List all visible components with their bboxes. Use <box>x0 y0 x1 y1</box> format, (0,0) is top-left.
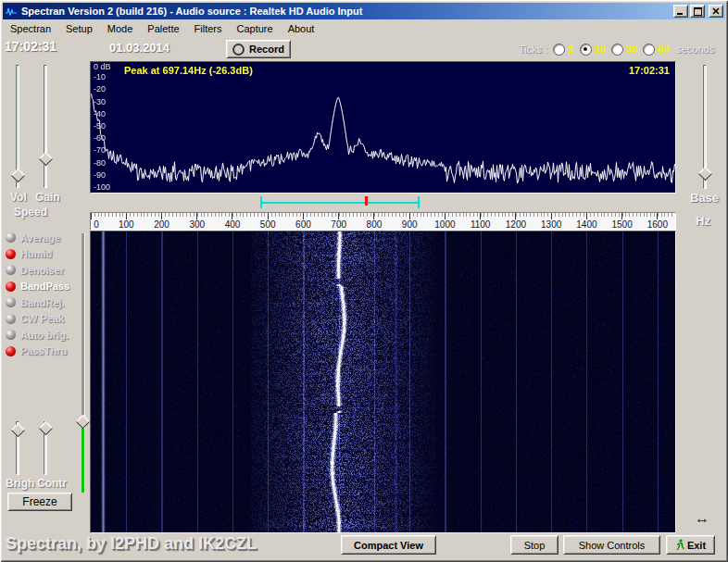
band-marker[interactable] <box>365 196 368 206</box>
exit-label: Exit <box>687 540 706 551</box>
selection-strip <box>90 194 676 212</box>
led-icon <box>6 297 16 307</box>
spectrum-display[interactable]: 0 dB-10-20-30-40-50-60-70-80-90-100 Peak… <box>90 61 676 194</box>
db-scale: 0 dB-10-20-30-40-50-60-70-80-90-100 <box>94 62 121 193</box>
ticks-radio-10[interactable] <box>580 44 592 56</box>
spectrum-canvas[interactable] <box>91 62 675 193</box>
menu-item-palette[interactable]: Palette <box>140 21 186 36</box>
vol-slider-thumb[interactable] <box>11 169 26 183</box>
db-scale-label: -60 <box>94 133 106 143</box>
show-controls-button[interactable]: Show Controls <box>563 535 660 555</box>
ticks-option-label[interactable]: 60 <box>658 44 669 55</box>
band-bracket[interactable] <box>260 202 420 204</box>
filter-toggle-denoiser[interactable]: Denoiser <box>3 262 88 279</box>
db-scale-label: -70 <box>94 145 106 155</box>
db-scale-label: -30 <box>94 97 106 106</box>
filter-label: BandRej. <box>20 297 65 308</box>
band-end-handle[interactable] <box>418 196 420 208</box>
ticks-radio-1[interactable] <box>553 44 565 56</box>
brigh-label: Brigh <box>6 477 34 490</box>
led-icon <box>6 249 16 259</box>
ruler-label: 300 <box>183 219 211 230</box>
menu-item-spectran[interactable]: Spectran <box>3 21 58 36</box>
filter-label: PassThru <box>20 345 67 356</box>
db-scale-label: -100 <box>94 182 110 192</box>
waterfall-display[interactable] <box>90 231 676 533</box>
date-display: 01.03.2014 <box>109 41 169 55</box>
ruler-tick <box>551 213 552 219</box>
ticks-option-label[interactable]: 10 <box>595 44 606 55</box>
gain-slider-thumb[interactable] <box>39 152 54 167</box>
filter-toggle-bandpass[interactable]: BandPass <box>3 279 88 295</box>
ruler-label: 1200 <box>502 219 530 230</box>
filter-label: Humid <box>20 248 52 259</box>
db-scale-label: -80 <box>94 158 106 168</box>
filter-toggle-auto-brig[interactable]: Auto brig. <box>3 327 88 343</box>
ruler-label: 200 <box>147 219 175 230</box>
menu-item-mode[interactable]: Mode <box>100 21 141 36</box>
ticks-radio-30[interactable] <box>611 44 623 56</box>
close-button[interactable] <box>709 5 723 18</box>
ruler-label: 700 <box>325 219 353 230</box>
ruler-label: 1500 <box>609 219 636 230</box>
ticks-option-label[interactable]: 30 <box>626 44 637 55</box>
ruler-label: 1600 <box>644 219 672 230</box>
gain-slider-track[interactable] <box>44 65 47 188</box>
db-scale-label: -90 <box>94 170 106 180</box>
ruler-label: 900 <box>395 219 423 230</box>
ticks-options: 1103060 <box>553 44 674 56</box>
maximize-button[interactable] <box>690 5 705 18</box>
filter-label: BandPass <box>20 281 69 292</box>
ruler-label: 1100 <box>467 219 495 230</box>
filter-toggle-passthru[interactable]: PassThru <box>3 343 88 360</box>
pan-arrows-icon[interactable]: ↔ <box>695 510 709 527</box>
waterfall-canvas[interactable] <box>91 231 675 532</box>
footer-credit: Spectran, by I2PHD and IK2CZL <box>6 534 257 554</box>
ruler-tick <box>515 213 516 219</box>
db-scale-label: -10 <box>94 72 106 81</box>
brigh-slider-thumb[interactable] <box>11 423 26 438</box>
compact-view-button[interactable]: Compact View <box>341 535 436 555</box>
menu-item-setup[interactable]: Setup <box>58 21 100 36</box>
led-icon <box>6 281 16 292</box>
led-icon <box>6 346 16 356</box>
filter-toggle-average[interactable]: Average <box>3 230 88 246</box>
gain-label: Gain <box>35 191 60 204</box>
band-start-handle[interactable] <box>260 196 262 208</box>
spectrum-clock: 17:02:31 <box>629 65 670 76</box>
vol-label: Vol <box>10 191 27 204</box>
ruler-tick <box>657 213 658 219</box>
speed-slider-fill <box>82 426 84 493</box>
filter-toggle-cw-peak[interactable]: CW Peak <box>3 311 88 328</box>
ticks-option-label[interactable]: 1 <box>568 44 573 55</box>
ruler-label: 1000 <box>431 219 458 230</box>
led-icon <box>6 314 16 324</box>
menu-item-filters[interactable]: Filters <box>187 21 230 36</box>
ticks-radio-60[interactable] <box>643 44 655 56</box>
frequency-ruler[interactable]: 0100200300400500600700800900100011001200… <box>90 212 676 231</box>
contr-slider-thumb[interactable] <box>39 421 54 436</box>
stop-button[interactable]: Stop <box>510 535 559 555</box>
record-button[interactable]: Record <box>226 40 291 58</box>
led-icon <box>6 330 16 340</box>
minimize-icon <box>677 7 684 15</box>
base-slider-thumb[interactable] <box>698 167 713 181</box>
record-label: Record <box>249 44 284 55</box>
db-scale-label: -40 <box>94 109 106 119</box>
window-titlebar[interactable]: Spectran Version 2 (build 216) - Audio s… <box>3 3 725 19</box>
filter-toggle-humid[interactable]: Humid <box>3 246 88 263</box>
app-icon <box>5 6 18 17</box>
menu-item-capture[interactable]: Capture <box>230 21 281 36</box>
ruler-tick <box>409 213 410 219</box>
ticks-group: Ticks : 1103060 seconds <box>519 42 714 56</box>
ruler-tick <box>303 213 304 219</box>
ruler-label: 800 <box>360 219 388 230</box>
exit-button[interactable]: Exit <box>666 535 715 555</box>
filter-toggle-bandrej[interactable]: BandRej. <box>3 294 88 311</box>
speed-slider-thumb[interactable] <box>76 415 91 430</box>
minimize-button[interactable] <box>673 5 688 18</box>
filter-label: Average <box>20 232 60 244</box>
menu-item-about[interactable]: About <box>281 21 322 36</box>
ruler-tick <box>268 213 269 219</box>
freeze-button[interactable]: Freeze <box>7 493 72 511</box>
